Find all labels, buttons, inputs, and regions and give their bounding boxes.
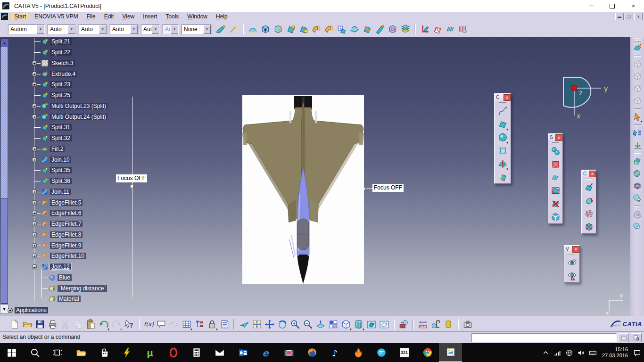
chevron-down-icon[interactable]: ▼ <box>130 25 138 34</box>
edge-app[interactable]: e <box>254 343 277 362</box>
structure-tree-button[interactable] <box>193 318 206 330</box>
link-button[interactable] <box>167 318 180 330</box>
visible-space-eye-icon[interactable] <box>566 269 578 282</box>
action-center-icon[interactable] <box>631 343 643 362</box>
tree-item-applications[interactable]: + Applications <box>8 306 48 314</box>
tree-item-fill-2[interactable]: +Fill.2 <box>0 144 198 155</box>
taskbar-clock[interactable]: 15:16 27.03.2016 <box>602 346 628 359</box>
menu-view[interactable]: View <box>118 13 139 20</box>
tree-item-split-25[interactable]: Split.25 <box>0 90 198 101</box>
minimize-button[interactable] <box>580 0 602 12</box>
power-input-field[interactable] <box>471 333 617 342</box>
dock-select-sphere-button[interactable] <box>632 192 643 204</box>
close-icon[interactable]: x <box>555 134 562 141</box>
search-button[interactable] <box>23 343 46 362</box>
pan-button[interactable] <box>263 318 276 330</box>
tree-item-split-21[interactable]: Split.21 <box>0 37 198 47</box>
tree-item--merging-distance-[interactable]: `Merging distance` <box>0 283 198 294</box>
flag-tool-button-2[interactable] <box>297 23 310 36</box>
section-line-handle[interactable] <box>130 185 133 188</box>
tree-item-split-22[interactable]: Split.22 <box>0 47 198 58</box>
flag-streak-button[interactable] <box>361 23 373 36</box>
rules-button[interactable] <box>218 318 231 330</box>
whats-this-button[interactable]: ? <box>123 318 135 330</box>
tree-item-split-23[interactable]: +Split.23 <box>0 79 198 90</box>
striped-flag-button[interactable] <box>431 23 444 36</box>
near-icon[interactable] <box>583 207 595 220</box>
start-button[interactable] <box>0 343 23 362</box>
ribbon-tool-button-1[interactable] <box>310 23 322 36</box>
task-view-button[interactable] <box>46 343 69 362</box>
close-icon[interactable]: x <box>589 171 596 177</box>
grid-flag-button[interactable] <box>335 23 348 36</box>
floating-toolbar-1[interactable]: Cx▼▼▼ <box>494 93 511 184</box>
healing-icon[interactable] <box>549 157 561 171</box>
focus-off-label-right[interactable]: Focus OFF <box>372 184 404 192</box>
design-table-button[interactable]: ▼ <box>180 318 193 330</box>
dock-measure-button[interactable] <box>632 168 643 179</box>
sweep-surface-icon[interactable] <box>496 170 509 183</box>
tray-wifi-icon[interactable] <box>563 343 575 362</box>
comment-button[interactable] <box>155 318 167 330</box>
menu-insert[interactable]: Insert <box>139 13 161 20</box>
product-structure-button-4[interactable] <box>632 95 643 107</box>
toolbar-grip[interactable] <box>3 319 5 330</box>
shading-button[interactable]: ▼ <box>352 318 365 330</box>
graphic-properties-dropdown-1[interactable]: Autom▼ <box>8 25 45 34</box>
join-icon[interactable] <box>549 144 561 157</box>
floating-toolbar-3[interactable]: Cx <box>581 170 596 234</box>
paste-button[interactable] <box>84 318 97 330</box>
menu-help[interactable]: Help <box>212 13 232 20</box>
chevron-down-icon[interactable]: ▼ <box>37 25 44 34</box>
expand-plus-icon[interactable]: + <box>32 103 37 108</box>
calculator-app[interactable] <box>185 343 208 362</box>
apply-material-button[interactable] <box>632 42 643 54</box>
normal-view-button[interactable] <box>314 318 327 330</box>
menu-edit[interactable]: Edit <box>100 13 118 20</box>
stack-surfaces-button[interactable] <box>399 23 412 36</box>
toolbar-title[interactable]: Vx <box>564 246 579 253</box>
nero-app[interactable] <box>347 343 370 362</box>
axis-system-button[interactable]: xyz <box>632 140 643 151</box>
tree-item-split-32[interactable]: Split.32 <box>0 133 198 144</box>
music-app[interactable]: ♪ <box>323 343 347 362</box>
split-surface-icon[interactable]: ▼ <box>496 157 509 170</box>
expand-plus-icon[interactable]: + <box>32 146 37 151</box>
fill-surface-icon[interactable] <box>496 144 509 157</box>
photos-app[interactable] <box>439 343 462 362</box>
toolbar-grip[interactable] <box>552 142 559 143</box>
tree-item-edgefillet-5[interactable]: +EdgeFillet.5 <box>0 197 198 208</box>
status-search-button[interactable] <box>631 333 642 342</box>
tree-item-split-36[interactable]: Split.36 <box>0 176 198 187</box>
swap-visible-space-button[interactable] <box>378 318 390 330</box>
iso-view-button[interactable]: ▼ <box>339 318 352 330</box>
expand-plus-icon[interactable]: + <box>32 200 37 205</box>
curve-smooth-icon[interactable] <box>549 171 561 184</box>
ribbon-tool-button-2[interactable] <box>322 23 335 36</box>
toolbar-grip[interactable] <box>586 179 592 180</box>
toolbar-grip[interactable] <box>499 102 506 103</box>
lock-button[interactable]: ▼ <box>206 318 218 330</box>
movie-maker-app[interactable] <box>277 343 300 362</box>
wave-stripes-button[interactable] <box>456 23 469 36</box>
maximize-button[interactable] <box>602 0 623 12</box>
winamp-app[interactable] <box>116 343 139 362</box>
chrome-app[interactable] <box>416 343 439 362</box>
graphic-properties-brush-button[interactable] <box>214 23 227 36</box>
print-button[interactable] <box>46 318 59 330</box>
expand-plus-icon[interactable]: + <box>32 114 37 119</box>
redo-button[interactable]: ▼ <box>110 318 123 330</box>
dock-grip[interactable] <box>634 38 641 39</box>
extrude-surface-icon[interactable]: ▼ <box>496 117 509 131</box>
flag-tool-button-1[interactable] <box>284 23 297 36</box>
new-document-button[interactable] <box>8 318 21 330</box>
extrapolate-icon[interactable] <box>583 181 595 194</box>
outlook-app[interactable] <box>231 343 254 362</box>
menu-start[interactable]: Start <box>10 13 30 20</box>
tree-item-join-10[interactable]: +Join.10 <box>0 154 198 165</box>
tree-item-edgefillet-10[interactable]: +EdgeFillet.10 <box>0 251 198 262</box>
hide-show-button[interactable] <box>365 318 378 330</box>
untrim-icon[interactable] <box>549 184 561 197</box>
close-icon[interactable]: x <box>572 246 579 253</box>
tree-item-join-11[interactable]: +Join.11 <box>0 187 198 197</box>
